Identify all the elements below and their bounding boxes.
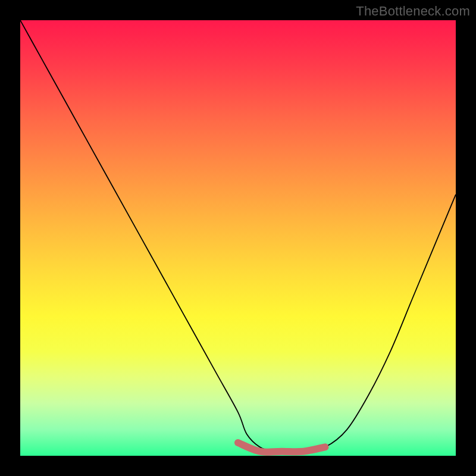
watermark-text: TheBottleneck.com (356, 4, 470, 19)
optimal-highlight (238, 443, 325, 452)
bottleneck-curve (20, 20, 456, 452)
chart-frame: TheBottleneck.com (0, 0, 476, 476)
chart-svg (20, 20, 456, 456)
plot-area (20, 20, 456, 456)
